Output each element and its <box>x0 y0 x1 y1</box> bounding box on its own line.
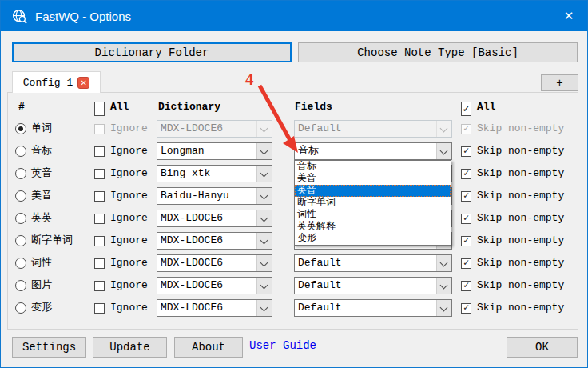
all-ignore-checkbox[interactable] <box>94 102 105 116</box>
ignore-label: Ignore <box>110 162 148 185</box>
skip-non-empty-label: Skip non-empty <box>477 118 564 140</box>
dropdown-option[interactable]: 音标 <box>295 161 451 173</box>
skip-non-empty-checkbox[interactable] <box>461 236 471 246</box>
dropdown-option[interactable]: 英英解释 <box>295 221 451 233</box>
tab-config-1[interactable]: Config 1 ✕ <box>12 71 101 93</box>
ignore-checkbox[interactable] <box>94 146 105 157</box>
ignore-label: Ignore <box>110 274 148 297</box>
row-name-label: 单词 <box>31 118 52 140</box>
close-button[interactable]: ✕ <box>550 1 587 31</box>
row-radio[interactable] <box>15 146 26 157</box>
skip-non-empty-label: Skip non-empty <box>477 297 564 319</box>
table-row: 词性IgnoreMDX-LDOCE6DefaultSkip non-empty <box>1 252 588 274</box>
header-hash: # <box>18 100 25 114</box>
options-dialog: FastWQ - Options ✕ Dictionary Folder Cho… <box>0 0 588 368</box>
row-radio[interactable] <box>15 235 26 246</box>
header-all-right: All <box>477 100 495 114</box>
tab-close-icon[interactable]: ✕ <box>77 77 89 89</box>
ignore-label: Ignore <box>110 252 148 274</box>
row-name-label: 断字单词 <box>31 230 73 252</box>
ignore-checkbox[interactable] <box>94 303 105 314</box>
skip-non-empty-checkbox[interactable] <box>461 303 471 314</box>
all-skip-checkbox[interactable] <box>461 102 471 116</box>
row-name-label: 美音 <box>31 185 52 207</box>
header-dictionary: Dictionary <box>158 100 220 114</box>
skip-non-empty-checkbox[interactable] <box>461 191 471 202</box>
ok-button[interactable]: OK <box>507 337 578 358</box>
ignore-checkbox[interactable] <box>94 214 105 224</box>
dictionary-combo[interactable]: MDX-LDOCE6 <box>157 254 272 272</box>
combo-value: MDX-LDOCE6 <box>161 279 223 291</box>
ignore-label: Ignore <box>110 140 148 162</box>
dictionary-combo[interactable]: Bing xtk <box>157 165 272 182</box>
skip-non-empty-label: Skip non-empty <box>477 185 564 207</box>
ignore-checkbox[interactable] <box>94 281 105 291</box>
row-radio[interactable] <box>15 123 26 134</box>
skip-non-empty-label: Skip non-empty <box>477 274 564 297</box>
combo-value: MDX-LDOCE6 <box>161 234 223 246</box>
combo-value: MDX-LDOCE6 <box>161 302 223 314</box>
dictionary-combo[interactable]: MDX-LDOCE6 <box>157 299 272 317</box>
row-radio[interactable] <box>15 213 26 224</box>
table-row: 变形IgnoreMDX-LDOCE6DefaultSkip non-empty <box>1 297 588 319</box>
skip-non-empty-checkbox[interactable] <box>461 281 471 291</box>
ignore-label: Ignore <box>110 297 148 319</box>
row-radio[interactable] <box>15 302 26 314</box>
dropdown-option[interactable]: 断字单词 <box>295 197 451 209</box>
fields-combo[interactable]: Default <box>294 254 452 272</box>
skip-non-empty-checkbox[interactable] <box>461 169 471 179</box>
fields-combo: Default <box>294 120 452 138</box>
header-all-left: All <box>110 100 129 114</box>
skip-non-empty-checkbox[interactable] <box>461 214 471 224</box>
title-bar: FastWQ - Options ✕ <box>1 1 587 31</box>
row-radio[interactable] <box>15 168 26 179</box>
row-name-label: 音标 <box>31 140 52 162</box>
ignore-checkbox[interactable] <box>94 236 105 246</box>
row-name-label: 词性 <box>31 252 52 274</box>
skip-non-empty-checkbox <box>461 124 471 134</box>
dictionary-combo[interactable]: MDX-LDOCE6 <box>157 210 272 227</box>
row-radio[interactable] <box>15 190 26 202</box>
dropdown-option[interactable]: 变形 <box>295 233 451 245</box>
row-name-label: 英英 <box>31 207 52 230</box>
row-radio[interactable] <box>15 258 26 269</box>
dropdown-option[interactable]: 词性 <box>295 209 451 221</box>
about-button[interactable]: About <box>174 337 243 358</box>
row-name-label: 英音 <box>31 162 52 185</box>
fields-dropdown-list: 音标美音英音断字单词词性英英解释变形 <box>294 160 451 246</box>
window-title: FastWQ - Options <box>35 10 131 23</box>
skip-non-empty-label: Skip non-empty <box>477 162 564 185</box>
fields-combo[interactable]: Default <box>294 277 452 294</box>
user-guide-link[interactable]: User Guide <box>249 339 316 352</box>
row-name-label: 图片 <box>31 274 52 297</box>
fields-combo[interactable]: 音标 <box>294 142 452 160</box>
ignore-checkbox[interactable] <box>94 169 105 179</box>
skip-non-empty-checkbox[interactable] <box>461 258 471 269</box>
skip-non-empty-label: Skip non-empty <box>477 230 564 252</box>
combo-value: MDX-LDOCE6 <box>161 257 223 269</box>
ignore-checkbox <box>94 124 105 134</box>
dictionary-combo[interactable]: Baidu-Hanyu <box>157 187 272 205</box>
choose-note-type-button[interactable]: Choose Note Type [Basic] <box>298 42 578 62</box>
dropdown-option[interactable]: 美音 <box>295 173 451 185</box>
combo-value: Bing xtk <box>161 167 210 179</box>
row-radio[interactable] <box>15 280 26 291</box>
fields-combo[interactable]: Default <box>294 299 452 317</box>
dropdown-option[interactable]: 英音 <box>295 185 451 197</box>
dictionary-combo[interactable]: MDX-LDOCE6 <box>157 232 272 250</box>
combo-value: Default <box>298 302 342 314</box>
ignore-checkbox[interactable] <box>94 258 105 269</box>
add-tab-button[interactable]: + <box>541 74 578 91</box>
skip-non-empty-checkbox[interactable] <box>461 146 471 157</box>
dictionary-folder-button[interactable]: Dictionary Folder <box>12 42 292 62</box>
update-button[interactable]: Update <box>93 337 167 358</box>
skip-non-empty-label: Skip non-empty <box>477 252 564 274</box>
ignore-label: Ignore <box>110 230 148 252</box>
dictionary-combo[interactable]: MDX-LDOCE6 <box>157 277 272 294</box>
ignore-checkbox[interactable] <box>94 191 105 202</box>
skip-non-empty-label: Skip non-empty <box>477 140 564 162</box>
tab-label: Config 1 <box>23 77 73 89</box>
settings-button[interactable]: Settings <box>12 337 86 358</box>
combo-value: MDX-LDOCE6 <box>161 212 223 224</box>
ignore-label: Ignore <box>110 207 148 230</box>
